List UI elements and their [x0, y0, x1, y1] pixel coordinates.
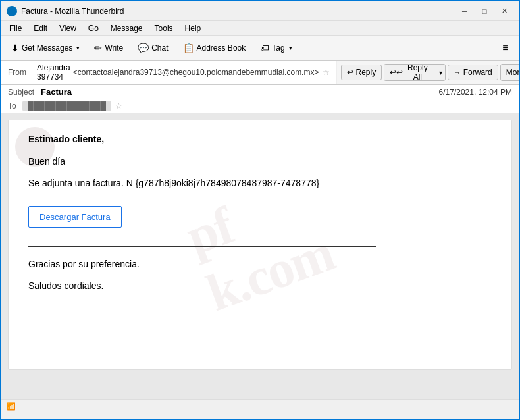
- write-label: Write: [105, 43, 123, 53]
- from-name: Alejandra 397734: [37, 63, 70, 82]
- get-messages-label: Get Messages: [22, 43, 72, 53]
- forward-label: Forward: [463, 68, 492, 77]
- address-book-icon: 📋: [183, 43, 194, 53]
- menubar: File Edit View Go Message Tools Help: [1, 21, 519, 36]
- from-label: From: [8, 68, 37, 77]
- chat-button[interactable]: 💬 Chat: [132, 39, 174, 57]
- more-split: More ▾: [500, 64, 520, 81]
- email-content: Estimado cliente, Buen día Se adjunta un…: [28, 134, 492, 293]
- tag-label: Tag: [272, 43, 284, 53]
- subject-value: Factura: [41, 87, 439, 97]
- menu-go[interactable]: Go: [83, 22, 104, 34]
- address-book-label: Address Book: [197, 43, 246, 53]
- tag-button[interactable]: 🏷 Tag ▾: [254, 39, 298, 57]
- titlebar: Factura - Mozilla Thunderbird ─ □ ✕: [1, 1, 519, 21]
- email-line1: Buen día: [28, 155, 492, 169]
- email-line3: Gracias por su preferencia.: [28, 257, 492, 271]
- tag-dropdown-icon: ▾: [289, 45, 292, 51]
- get-messages-icon: ⬇: [11, 43, 19, 53]
- tag-icon: 🏷: [260, 43, 269, 53]
- reply-all-label: Reply All: [405, 64, 430, 81]
- menu-file[interactable]: File: [4, 22, 27, 34]
- menu-message[interactable]: Message: [105, 22, 148, 34]
- subject-label: Subject: [8, 88, 41, 97]
- get-messages-button[interactable]: ⬇ Get Messages ▾: [5, 39, 86, 57]
- from-star-icon[interactable]: ☆: [323, 68, 330, 77]
- subject-row: Subject Factura 6/17/2021, 12:04 PM: [1, 85, 519, 99]
- address-book-button[interactable]: 📋 Address Book: [177, 39, 252, 57]
- get-messages-dropdown-icon[interactable]: ▾: [76, 45, 80, 51]
- window-title: Factura - Mozilla Thunderbird: [21, 7, 455, 16]
- email-date: 6/17/2021, 12:04 PM: [439, 88, 512, 97]
- email-divider: [28, 246, 376, 247]
- status-icon: 📶: [7, 402, 16, 411]
- app-icon: [7, 6, 17, 16]
- email-line2: Se adjunta una factura. N {g787h8j9oki8j…: [28, 176, 492, 190]
- statusbar: 📶: [1, 399, 519, 413]
- more-label: More: [506, 68, 520, 77]
- menu-edit[interactable]: Edit: [28, 22, 53, 34]
- reply-icon: ↩: [347, 68, 353, 77]
- email-line4: Saludos cordiales.: [28, 279, 492, 293]
- forward-button[interactable]: → Forward: [448, 65, 498, 80]
- close-button[interactable]: ✕: [495, 5, 513, 18]
- maximize-button[interactable]: □: [475, 5, 494, 18]
- reply-label: Reply: [355, 68, 376, 77]
- window-controls: ─ □ ✕: [455, 5, 513, 18]
- menu-view[interactable]: View: [54, 22, 82, 34]
- reply-button[interactable]: ↩ Reply: [341, 65, 382, 80]
- email-body-container[interactable]: pfk.com Estimado cliente, Buen día Se ad…: [1, 113, 519, 399]
- to-label: To: [8, 101, 22, 111]
- to-star-icon[interactable]: ☆: [115, 101, 122, 111]
- reply-all-dropdown[interactable]: ▾: [436, 65, 445, 80]
- menu-tools[interactable]: Tools: [149, 22, 178, 34]
- chat-icon: 💬: [138, 43, 149, 53]
- to-row: To ██████████████ ☆: [1, 99, 519, 113]
- menu-help[interactable]: Help: [180, 22, 207, 34]
- reply-all-split: ↩↩ Reply All ▾: [384, 64, 446, 81]
- to-value: ██████████████: [22, 101, 111, 111]
- write-icon: ✏: [94, 43, 102, 53]
- email-greeting: Estimado cliente,: [28, 134, 492, 144]
- reply-all-icon: ↩↩: [390, 68, 403, 77]
- toolbar-menu-button[interactable]: ≡: [496, 39, 515, 57]
- toolbar: ⬇ Get Messages ▾ ✏ Write 💬 Chat 📋 Addres…: [1, 36, 519, 61]
- more-button[interactable]: More: [501, 65, 520, 80]
- download-factura-button[interactable]: Descargar Factura: [28, 206, 122, 228]
- reply-all-button[interactable]: ↩↩ Reply All: [384, 65, 435, 80]
- write-button[interactable]: ✏ Write: [88, 39, 129, 57]
- minimize-button[interactable]: ─: [455, 5, 474, 18]
- chat-label: Chat: [151, 43, 168, 53]
- forward-icon: →: [454, 68, 461, 77]
- from-email: <contactoalejandra39713@chegou10.poloman…: [73, 68, 319, 77]
- email-body-wrapper: pfk.com Estimado cliente, Buen día Se ad…: [8, 120, 512, 370]
